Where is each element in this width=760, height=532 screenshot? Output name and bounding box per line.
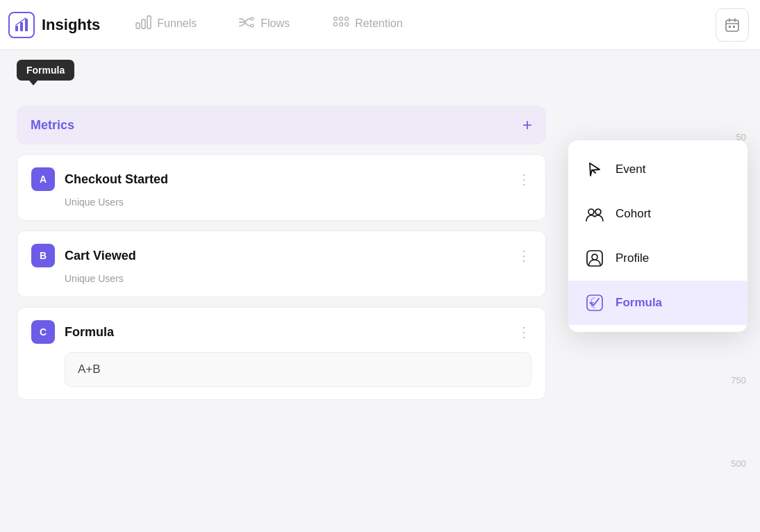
svg-rect-1 <box>20 22 23 31</box>
svg-point-12 <box>345 17 349 20</box>
svg-point-13 <box>345 22 349 26</box>
svg-point-10 <box>334 22 338 26</box>
svg-point-7 <box>251 24 254 27</box>
svg-rect-0 <box>15 26 18 31</box>
event-card-a-left: A Checkout Started <box>31 167 168 191</box>
svg-point-9 <box>340 17 343 20</box>
svg-point-19 <box>595 209 601 215</box>
svg-point-11 <box>340 22 343 26</box>
event-card-c: C Formula ⋮ A+B <box>17 307 546 400</box>
event-badge-b: B <box>31 244 55 267</box>
event-name-c: Formula <box>65 325 114 340</box>
event-badge-a: A <box>31 167 55 191</box>
event-card-b-left: B Cart Viewed <box>31 244 136 267</box>
svg-point-18 <box>588 209 594 215</box>
dropdown-item-event[interactable]: Event <box>568 147 747 192</box>
calendar-button[interactable] <box>716 8 749 42</box>
metrics-label: Metrics <box>31 118 74 133</box>
event-subtitle-a: Unique Users <box>65 197 531 208</box>
event-more-b[interactable]: ⋮ <box>517 247 531 264</box>
svg-rect-14 <box>726 20 738 31</box>
left-panel: Formula Metrics + A Checkout Started ⋮ U… <box>0 50 563 532</box>
svg-point-6 <box>251 17 254 20</box>
svg-rect-5 <box>147 16 151 28</box>
dropdown-item-profile[interactable]: Profile <box>568 236 747 281</box>
formula-icon <box>584 292 606 314</box>
tab-flows-label: Flows <box>261 17 290 30</box>
svg-rect-2 <box>25 19 28 31</box>
flows-icon <box>238 15 255 33</box>
svg-point-21 <box>592 254 597 260</box>
tab-funnels-label: Funnels <box>157 17 197 30</box>
event-name-a: Checkout Started <box>65 172 168 187</box>
tab-funnels[interactable]: Funnels <box>114 0 217 49</box>
svg-rect-15 <box>729 26 731 28</box>
svg-rect-4 <box>142 19 145 28</box>
event-more-c[interactable]: ⋮ <box>517 324 531 340</box>
dropdown-item-profile-label: Profile <box>616 251 649 265</box>
svg-rect-3 <box>136 23 140 28</box>
dropdown-menu: Event Cohort <box>568 140 747 332</box>
dropdown-item-formula-label: Formula <box>616 296 662 310</box>
formula-tooltip: Formula <box>17 60 74 81</box>
event-card-a-header: A Checkout Started ⋮ <box>31 167 531 191</box>
event-badge-c: C <box>31 320 55 344</box>
funnels-icon <box>135 15 151 33</box>
event-name-b: Cart Viewed <box>65 249 136 263</box>
logo-icon <box>8 12 35 38</box>
axis-label-5: 750 <box>731 375 746 385</box>
dropdown-item-cohort-label: Cohort <box>616 207 651 221</box>
event-more-a[interactable]: ⋮ <box>517 171 531 188</box>
retention-icon <box>331 15 349 33</box>
tab-retention[interactable]: Retention <box>311 0 424 49</box>
nav-tabs: Funnels Flows <box>114 0 423 49</box>
main-content: Formula Metrics + A Checkout Started ⋮ U… <box>0 50 760 532</box>
event-card-a: A Checkout Started ⋮ Unique Users <box>17 154 546 221</box>
topbar: Insights Funnels <box>0 0 760 50</box>
profile-icon <box>584 247 606 269</box>
svg-point-8 <box>334 17 338 20</box>
event-card-c-header: C Formula ⋮ <box>31 320 531 344</box>
tab-retention-label: Retention <box>355 17 403 30</box>
tab-flows[interactable]: Flows <box>217 0 311 49</box>
event-subtitle-b: Unique Users <box>65 273 531 284</box>
dropdown-item-event-label: Event <box>616 163 645 176</box>
cohort-icon <box>584 203 606 225</box>
event-card-b-header: B Cart Viewed ⋮ <box>31 244 531 267</box>
app-title: Insights <box>42 16 100 34</box>
dropdown-item-cohort[interactable]: Cohort <box>568 192 747 236</box>
dropdown-item-formula[interactable]: Formula <box>568 281 747 325</box>
app-logo: Insights <box>8 12 114 38</box>
event-card-b: B Cart Viewed ⋮ Unique Users <box>17 231 546 297</box>
formula-input[interactable]: A+B <box>65 352 531 387</box>
add-metric-button[interactable]: + <box>522 117 532 133</box>
svg-rect-16 <box>733 26 735 28</box>
event-card-c-left: C Formula <box>31 320 114 344</box>
metrics-card: Metrics + <box>17 106 546 144</box>
event-icon <box>584 158 606 181</box>
axis-label-6: 500 <box>731 458 746 469</box>
